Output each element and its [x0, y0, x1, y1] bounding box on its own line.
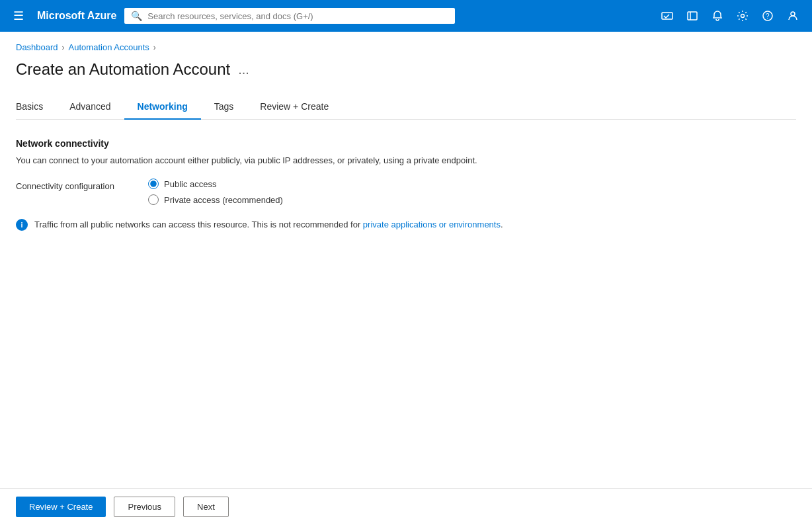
info-text-after: .	[501, 220, 503, 229]
section-desc: You can connect to your automation accou…	[16, 155, 796, 165]
info-text-before: Traffic from all public networks can acc…	[34, 220, 363, 229]
breadcrumb: Dashboard › Automation Accounts ›	[16, 42, 796, 52]
connectivity-options: Public access Private access (recommende…	[148, 179, 796, 205]
page-title: Create an Automation Account	[16, 60, 230, 79]
tab-networking[interactable]: Networking	[124, 95, 201, 120]
info-icon: i	[16, 219, 28, 231]
account-icon[interactable]	[782, 6, 804, 26]
page-title-row: Create an Automation Account ...	[16, 60, 796, 79]
public-access-radio[interactable]	[148, 179, 159, 189]
svg-point-6	[791, 12, 795, 16]
wizard-tabs: Basics Advanced Networking Tags Review +…	[16, 95, 796, 120]
main-content: Dashboard › Automation Accounts › Create…	[0, 32, 812, 278]
search-icon: 🔍	[131, 11, 142, 21]
top-navigation: ☰ Microsoft Azure 🔍 ?	[0, 0, 812, 32]
help-icon[interactable]: ?	[756, 6, 779, 26]
connectivity-configuration-row: Connectivity configuration Public access…	[16, 179, 796, 205]
private-access-label: Private access (recommended)	[164, 195, 283, 205]
info-link[interactable]: private applications or environments	[363, 220, 501, 229]
network-connectivity-section: Network connectivity You can connect to …	[16, 138, 796, 231]
tab-review-create[interactable]: Review + Create	[247, 95, 342, 120]
search-bar[interactable]: 🔍	[124, 8, 455, 24]
breadcrumb-automation-accounts[interactable]: Automation Accounts	[69, 42, 149, 52]
app-title: Microsoft Azure	[37, 10, 116, 22]
public-access-label: Public access	[164, 179, 216, 189]
svg-text:?: ?	[766, 13, 770, 20]
notifications-icon[interactable]	[706, 6, 729, 26]
section-title: Network connectivity	[16, 138, 796, 149]
tab-advanced[interactable]: Advanced	[56, 95, 124, 120]
hamburger-icon[interactable]: ☰	[8, 6, 29, 26]
breadcrumb-sep-2: ›	[153, 43, 156, 52]
portal-settings-icon[interactable]	[681, 6, 704, 26]
page-options-button[interactable]: ...	[238, 62, 249, 77]
tab-basics[interactable]: Basics	[16, 95, 56, 120]
topnav-icons: ?	[656, 6, 804, 26]
search-input[interactable]	[147, 11, 448, 21]
svg-rect-1	[688, 12, 697, 20]
cloud-shell-icon[interactable]	[656, 6, 678, 26]
tab-tags[interactable]: Tags	[201, 95, 247, 120]
svg-point-3	[741, 15, 745, 18]
breadcrumb-sep-1: ›	[62, 43, 65, 52]
settings-icon[interactable]	[731, 6, 754, 26]
private-access-option[interactable]: Private access (recommended)	[148, 194, 796, 205]
info-text: Traffic from all public networks can acc…	[34, 218, 503, 231]
private-access-radio[interactable]	[148, 194, 159, 205]
breadcrumb-dashboard[interactable]: Dashboard	[16, 42, 58, 52]
info-box: i Traffic from all public networks can a…	[16, 218, 796, 231]
public-access-option[interactable]: Public access	[148, 179, 796, 189]
connectivity-label: Connectivity configuration	[16, 179, 148, 191]
